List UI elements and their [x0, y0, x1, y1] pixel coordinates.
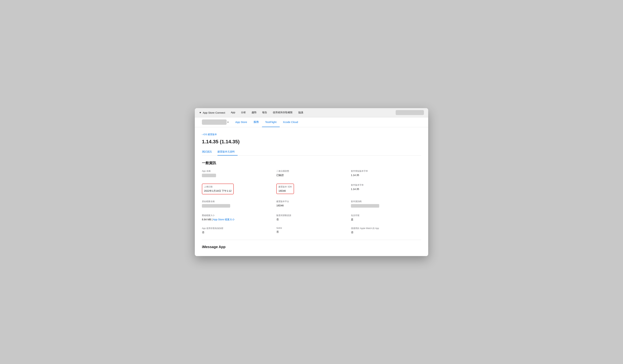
field-apple-watch-value: 否: [351, 231, 421, 234]
field-build-platform-value: 18D46: [276, 204, 347, 207]
field-original-filename-value: [202, 204, 230, 208]
field-bundle-version-label: 套件版本字串: [351, 184, 421, 187]
tab-testflight[interactable]: TestFlight: [262, 117, 280, 127]
field-symbols-label: 包含符號: [351, 214, 421, 217]
field-on-demand: 隨需求調整資源 否: [276, 214, 347, 221]
field-build-platform-label: 建置版本平台: [276, 200, 347, 203]
field-bundle-version: 套件版本字串 1.14.35: [351, 184, 421, 194]
field-upload-date-label: 上傳日期: [204, 185, 232, 188]
app-selector-placeholder: [202, 119, 227, 125]
logo-icon: ✦: [199, 111, 201, 114]
appstore-file-size-link[interactable]: App Store 檔案大小: [213, 218, 235, 221]
field-encryption-label: App 使用非豁免強加密: [202, 227, 272, 230]
field-build-platform: 建置版本平台 18D46: [276, 200, 347, 208]
field-bundle-id-value: [351, 204, 379, 208]
field-symbols: 包含符號 是: [351, 214, 421, 221]
field-compressed-size-value: 8.84 MB | App Store 檔案大小: [202, 218, 272, 221]
upload-date-highlighted: 上傳日期 2022年1月18日 下午1:12: [202, 184, 234, 194]
field-original-filename-label: 原始檔案名稱: [202, 200, 272, 203]
page-title: 1.14.35 (1.14.35): [202, 139, 421, 145]
nav-right-placeholder: [396, 110, 424, 115]
nav-link-reports[interactable]: 報告: [262, 108, 267, 117]
tab-services[interactable]: 服務: [250, 117, 262, 127]
section-divider: [202, 240, 421, 240]
field-bundle-short-label: 套件簡短版本字串: [351, 170, 421, 173]
app-window: ✦ App Store Connect App 分析 趨勢 報告 使用者與存取權…: [195, 108, 428, 256]
field-bundle-short: 套件簡短版本字串 1.14.35: [351, 170, 421, 178]
field-compressed-size-label: 壓縮檔案大小: [202, 214, 272, 217]
field-upload-date: 上傳日期 2022年1月18日 下午1:12: [202, 184, 272, 194]
main-content: iOS 建置版本 1.14.35 (1.14.35) 測試資訊 建置版本元資料 …: [195, 127, 428, 256]
section-imessage-title: iMessage App: [202, 245, 421, 249]
field-app-name-value: [202, 174, 216, 177]
top-nav: ✦ App Store Connect App 分析 趨勢 報告 使用者與存取權…: [195, 108, 428, 117]
sub-nav-tabs: App Store 服務 TestFlight Xcode Cloud: [232, 117, 301, 127]
field-on-demand-label: 隨需求調整資源: [276, 214, 347, 217]
inner-tabs: 測試資訊 建置版本元資料: [202, 149, 421, 156]
field-compressed-size: 壓縮檔案大小 8.84 MB | App Store 檔案大小: [202, 214, 272, 221]
field-app-name: App 名稱: [202, 170, 272, 178]
field-on-demand-value: 否: [276, 218, 347, 221]
field-build-sdk: 建置版本 SDK 18D46: [276, 184, 347, 194]
breadcrumb[interactable]: iOS 建置版本: [202, 133, 421, 136]
field-original-filename: 原始檔案名稱: [202, 200, 272, 208]
field-bundle-id: 套件識別碼: [351, 200, 421, 208]
field-sirikit-label: SiriKit: [276, 227, 347, 229]
field-sirikit-value: 否: [276, 230, 347, 234]
field-symbols-value: 是: [351, 218, 421, 221]
field-app-name-label: App 名稱: [202, 170, 272, 173]
field-sirikit: SiriKit 否: [276, 227, 347, 234]
field-upload-date-value: 2022年1月18日 下午1:12: [204, 190, 232, 193]
field-bundle-short-value: 1.14.35: [351, 174, 421, 176]
field-binary-status-value: 已驗證: [276, 174, 347, 177]
field-binary-status-label: 二進位檔狀態: [276, 170, 347, 173]
field-bundle-version-value: 1.14.35: [351, 188, 421, 191]
tab-test-info[interactable]: 測試資訊: [202, 149, 215, 155]
tab-build-metadata[interactable]: 建置版本元資料: [218, 149, 238, 155]
field-encryption: App 使用非豁免強加密 否: [202, 227, 272, 234]
field-build-sdk-value: 18D46: [278, 190, 292, 192]
logo[interactable]: ✦ App Store Connect: [199, 111, 225, 114]
tab-appstore[interactable]: App Store: [232, 117, 250, 127]
nav-link-analytics[interactable]: 分析: [241, 108, 246, 117]
section-general-title: 一般資訊: [202, 161, 421, 165]
build-sdk-highlighted: 建置版本 SDK 18D46: [276, 184, 294, 194]
chevron-down-icon[interactable]: ▾: [227, 121, 229, 124]
sub-nav: ▾ App Store 服務 TestFlight Xcode Cloud: [195, 117, 428, 127]
nav-link-agreements[interactable]: 協議: [298, 108, 303, 117]
field-apple-watch-label: 僅適用於 Apple Watch 的 App: [351, 227, 421, 230]
field-binary-status: 二進位檔狀態 已驗證: [276, 170, 347, 178]
nav-link-app[interactable]: App: [231, 108, 235, 117]
nav-links: App 分析 趨勢 報告 使用者與存取權限 協議: [231, 108, 396, 117]
field-build-sdk-label: 建置版本 SDK: [278, 185, 292, 188]
field-bundle-id-label: 套件識別碼: [351, 200, 421, 203]
nav-link-trends[interactable]: 趨勢: [252, 108, 257, 117]
tab-xcodecloud[interactable]: Xcode Cloud: [280, 117, 301, 127]
info-grid: App 名稱 二進位檔狀態 已驗證 套件簡短版本字串 1.14.35 上傳日期 …: [202, 170, 421, 234]
field-apple-watch: 僅適用於 Apple Watch 的 App 否: [351, 227, 421, 234]
logo-text: App Store Connect: [203, 111, 225, 114]
field-encryption-value: 否: [202, 231, 272, 234]
nav-link-users[interactable]: 使用者與存取權限: [273, 108, 292, 117]
